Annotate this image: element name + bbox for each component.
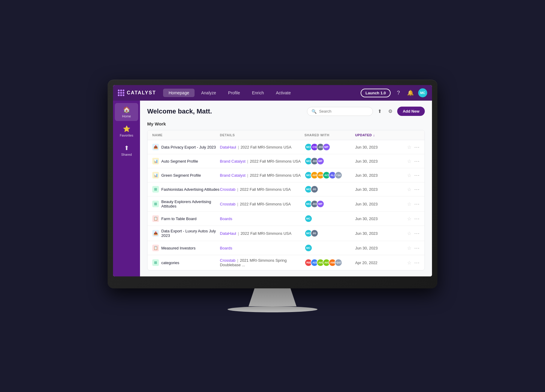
row-icon-datahaul: 📤 bbox=[152, 230, 159, 237]
notification-icon[interactable]: 🔔 bbox=[406, 89, 415, 97]
avatars-group-7: MC JO bbox=[305, 229, 355, 237]
row-date-1: Jun 30, 2023 bbox=[355, 145, 396, 149]
row-actions-6: ☆ ··· bbox=[396, 215, 420, 222]
star-button[interactable]: ☆ bbox=[407, 172, 412, 179]
add-new-button[interactable]: Add New bbox=[397, 107, 425, 116]
table-row: 📊 Auto Segment Profile Brand Catalyst | … bbox=[147, 154, 424, 168]
row-details-2: Brand Catalyst | 2022 Fall MRI-Simmons U… bbox=[220, 159, 305, 164]
avatar: JO bbox=[311, 229, 318, 237]
detail-link-9[interactable]: Crosstab bbox=[220, 258, 236, 263]
row-date-9: Apr 20, 2022 bbox=[355, 261, 396, 265]
detail-link-1[interactable]: DataHaul bbox=[220, 145, 236, 149]
detail-link-8[interactable]: Boards bbox=[220, 246, 232, 250]
star-button[interactable]: ☆ bbox=[407, 215, 412, 222]
data-table: NAME DETAILS SHARED WITH UPDATED ↓ bbox=[147, 130, 425, 270]
more-button[interactable]: ··· bbox=[414, 260, 420, 266]
home-icon: 🏠 bbox=[123, 106, 130, 113]
row-name-2: 📊 Auto Segment Profile bbox=[152, 158, 220, 164]
more-button[interactable]: ··· bbox=[414, 216, 420, 222]
row-details-4: Crosstab | 2022 Fall MRI-Simmons USA bbox=[220, 187, 305, 192]
sidebar-item-shared[interactable]: ⬆ Shared bbox=[115, 141, 138, 159]
row-date-2: Jun 30, 2023 bbox=[355, 159, 396, 164]
row-name-3: 📊 Green Segment Profile bbox=[152, 172, 220, 178]
star-button[interactable]: ☆ bbox=[407, 230, 412, 237]
share-icon-button[interactable]: ⬆ bbox=[376, 107, 383, 116]
avatars-group-2: MC JO MP bbox=[305, 157, 355, 165]
row-date-6: Jun 30, 2023 bbox=[355, 217, 396, 221]
table-header-row: NAME DETAILS SHARED WITH UPDATED ↓ bbox=[147, 130, 424, 140]
search-icon: 🔍 bbox=[311, 109, 317, 114]
nav-item-activate[interactable]: Activate bbox=[270, 89, 296, 97]
row-actions-9: ☆ ··· bbox=[396, 259, 420, 266]
sort-arrow-icon: ↓ bbox=[373, 133, 375, 137]
table-row: 📤 Data Privacy Export - July 2023 DataHa… bbox=[147, 140, 424, 154]
nav-items: Homepage Analyze Profile Enrich Activate bbox=[163, 89, 358, 97]
table-row: 📊 Green Segment Profile Brand Catalyst |… bbox=[147, 168, 424, 182]
nav-item-enrich[interactable]: Enrich bbox=[246, 89, 269, 97]
row-actions-8: ☆ ··· bbox=[396, 245, 420, 252]
avatars-group-5: MC JO MP bbox=[305, 200, 355, 208]
more-button[interactable]: ··· bbox=[414, 172, 420, 178]
row-name-5: ⊞ Beauty Explorers Advertising Attitudes bbox=[152, 199, 220, 208]
row-icon-crosstab: ⊞ bbox=[152, 201, 159, 207]
row-date-7: Jun 30, 2023 bbox=[355, 231, 396, 236]
logo-area: CATALYST bbox=[118, 90, 156, 96]
nav-item-homepage[interactable]: Homepage bbox=[163, 89, 195, 97]
avatars-group-8: MC bbox=[305, 244, 355, 252]
top-navigation: CATALYST Homepage Analyze Profile Enrich… bbox=[113, 85, 432, 101]
star-button[interactable]: ☆ bbox=[407, 158, 412, 165]
detail-link-5[interactable]: Crosstab bbox=[220, 202, 236, 206]
star-button[interactable]: ☆ bbox=[407, 186, 412, 193]
avatars-group-4: MC JO bbox=[305, 185, 355, 193]
avatar: MP bbox=[317, 200, 324, 208]
sidebar-item-favorites[interactable]: ⭐ Favorites bbox=[115, 122, 138, 140]
more-button[interactable]: ··· bbox=[414, 201, 420, 207]
nav-item-profile[interactable]: Profile bbox=[223, 89, 246, 97]
table-row: 📤 Data Export - Luxury Autos July 2023 D… bbox=[147, 226, 424, 241]
welcome-title: Welcome back, Matt. bbox=[147, 108, 212, 115]
avatars-group-9: RB AD AK AK AM +247 bbox=[305, 259, 355, 267]
row-icon-crosstab: ⊞ bbox=[152, 259, 159, 266]
star-button[interactable]: ☆ bbox=[407, 201, 412, 208]
row-icon-profile: 📊 bbox=[152, 172, 159, 178]
avatar: MC bbox=[305, 215, 312, 223]
page-header: Welcome back, Matt. 🔍 ⬆ ⚙ Add New bbox=[147, 107, 425, 116]
more-button[interactable]: ··· bbox=[414, 144, 420, 150]
more-button[interactable]: ··· bbox=[414, 186, 420, 193]
row-actions-3: ☆ ··· bbox=[396, 172, 420, 179]
row-details-1: DataHaul | 2022 Fall MRI-Simmons USA bbox=[220, 145, 305, 149]
header-actions: 🔍 ⬆ ⚙ Add New bbox=[307, 107, 425, 116]
row-icon-boards: 📋 bbox=[152, 215, 159, 222]
search-input[interactable] bbox=[319, 109, 368, 113]
detail-link-7[interactable]: DataHaul bbox=[220, 231, 236, 236]
monitor-bezel: CATALYST Homepage Analyze Profile Enrich… bbox=[108, 80, 437, 288]
star-button[interactable]: ☆ bbox=[407, 259, 412, 266]
filter-icon-button[interactable]: ⚙ bbox=[386, 107, 394, 116]
help-icon[interactable]: ? bbox=[394, 89, 403, 97]
detail-link-6[interactable]: Boards bbox=[220, 217, 232, 221]
row-icon-boards: 📋 bbox=[152, 245, 159, 251]
more-button[interactable]: ··· bbox=[414, 230, 420, 237]
star-button[interactable]: ☆ bbox=[407, 144, 412, 151]
row-date-3: Jun 30, 2023 bbox=[355, 173, 396, 178]
section-title: My Work bbox=[147, 121, 425, 126]
detail-link-2[interactable]: Brand Catalyst bbox=[220, 159, 246, 164]
more-button[interactable]: ··· bbox=[414, 245, 420, 251]
table-row: ⊞ Fashionistas Advertising Attitudes Cro… bbox=[147, 182, 424, 196]
star-button[interactable]: ☆ bbox=[407, 245, 412, 252]
detail-link-3[interactable]: Brand Catalyst bbox=[220, 173, 246, 178]
sidebar-item-home[interactable]: 🏠 Home bbox=[115, 103, 138, 121]
row-date-5: Jun 30, 2023 bbox=[355, 202, 396, 206]
row-icon-profile: 📊 bbox=[152, 158, 159, 164]
logo-dots-icon bbox=[118, 90, 124, 96]
launch-button[interactable]: Launch 1.0 bbox=[361, 89, 391, 97]
avatars-group-3: MC AH AH AC AL +14 bbox=[305, 171, 355, 179]
content-area: Welcome back, Matt. 🔍 ⬆ ⚙ Add New M bbox=[140, 101, 432, 276]
detail-link-4[interactable]: Crosstab bbox=[220, 187, 236, 192]
row-actions-4: ☆ ··· bbox=[396, 186, 420, 193]
user-avatar[interactable]: MC bbox=[418, 88, 427, 97]
table-row: ⊞ Beauty Explorers Advertising Attitudes… bbox=[147, 196, 424, 212]
nav-item-analyze[interactable]: Analyze bbox=[196, 89, 222, 97]
col-header-updated: UPDATED ↓ bbox=[355, 133, 396, 137]
more-button[interactable]: ··· bbox=[414, 158, 420, 164]
